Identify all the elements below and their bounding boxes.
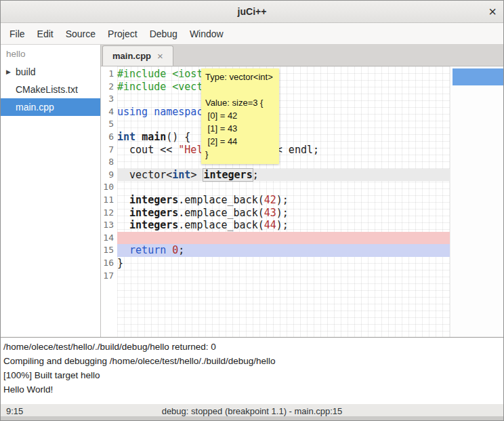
code-line-text[interactable]: [117, 93, 451, 106]
file-tree: ▶ build CMakeLists.txt main.cpp: [1, 63, 100, 116]
code-line-text[interactable]: #include <iostream>: [117, 68, 451, 81]
line-number[interactable]: 17: [101, 270, 117, 283]
code-line-text[interactable]: vector<int> integers;: [117, 169, 451, 182]
line-number[interactable]: 5: [101, 118, 117, 131]
minimap[interactable]: [450, 66, 503, 337]
app-window: juCi++ × File Edit Source Project Debug …: [0, 0, 504, 421]
code-line[interactable]: 9 vector<int> integers;: [101, 169, 451, 182]
code-line-text[interactable]: }: [117, 257, 451, 270]
code-line-text[interactable]: int main() {: [117, 131, 451, 144]
line-number[interactable]: 4: [101, 106, 117, 119]
code-line-text[interactable]: integers.emplace_back(42);: [117, 194, 451, 207]
file-sidebar: hello ▶ build CMakeLists.txt main.cpp: [1, 45, 101, 337]
line-number[interactable]: 16: [101, 257, 117, 270]
line-number[interactable]: 8: [101, 156, 117, 169]
code-line-text[interactable]: return 0;: [117, 244, 451, 257]
expander-icon[interactable]: ▶: [6, 68, 16, 75]
tab-label: main.cpp: [112, 51, 151, 61]
menu-project[interactable]: Project: [102, 25, 144, 43]
tree-item-label: build: [16, 66, 36, 77]
debug-value-tooltip: Type: vector<int> Value: size=3 { [0] = …: [201, 68, 279, 164]
line-number[interactable]: 10: [101, 181, 117, 194]
project-name-label: hello: [1, 45, 100, 63]
tree-item-label: main.cpp: [16, 102, 54, 113]
output-line: Compiling and debugging /home/olece/test…: [3, 354, 501, 368]
minimap-slider[interactable]: [453, 68, 503, 85]
tooltip-item-1: [1] = 43: [205, 122, 275, 135]
tooltip-item-2: [2] = 44: [205, 135, 275, 148]
output-line: Hello World!: [3, 382, 501, 397]
code-line-text[interactable]: integers.emplace_back(43);: [117, 207, 451, 220]
tree-item-maincpp[interactable]: main.cpp: [1, 98, 100, 116]
code-line-text[interactable]: using namespace std;: [117, 106, 451, 119]
main-area: hello ▶ build CMakeLists.txt main.cpp: [1, 45, 503, 337]
tooltip-type-line: Type: vector<int>: [205, 71, 275, 83]
line-number[interactable]: 11: [101, 194, 117, 207]
code-line-text[interactable]: #include <vector>: [117, 81, 451, 94]
output-panel[interactable]: /home/olece/test/hello/./build/debug/hel…: [1, 337, 503, 404]
tree-item-label: CMakeLists.txt: [16, 84, 78, 95]
line-number[interactable]: 14: [101, 232, 117, 245]
code-line-text[interactable]: [117, 181, 451, 194]
tooltip-blank-line: [205, 83, 275, 96]
code-line[interactable]: 14: [101, 232, 451, 245]
menu-edit[interactable]: Edit: [31, 25, 60, 43]
code-line-text[interactable]: integers.emplace_back(44);: [117, 219, 451, 232]
line-number[interactable]: 9: [101, 169, 117, 182]
cursor-position: 9:15: [6, 406, 23, 416]
line-number[interactable]: 12: [101, 207, 117, 220]
code-line[interactable]: 10: [101, 181, 451, 194]
code-editor[interactable]: 1#include <iostream>2#include <vector>34…: [101, 66, 503, 337]
code-line[interactable]: 12 integers.emplace_back(43);: [101, 207, 451, 220]
debug-status: debug: stopped (breakpoint 1.1) - main.c…: [1, 406, 503, 416]
statusbar: 9:15 debug: stopped (breakpoint 1.1) - m…: [1, 404, 503, 421]
menu-file[interactable]: File: [3, 25, 31, 43]
tooltip-value-line: Value: size=3 {: [205, 96, 275, 109]
line-number[interactable]: 1: [101, 68, 117, 81]
tab-close-icon[interactable]: ×: [157, 52, 163, 60]
window-bottom-edge: [1, 416, 503, 421]
editor-tabbar: main.cpp ×: [101, 45, 503, 66]
line-number[interactable]: 13: [101, 219, 117, 232]
window-title: juCi++: [1, 1, 503, 22]
menu-source[interactable]: Source: [60, 25, 102, 43]
tab-maincpp[interactable]: main.cpp ×: [102, 45, 173, 66]
close-icon[interactable]: ×: [488, 5, 497, 18]
line-number[interactable]: 15: [101, 244, 117, 257]
tree-item-cmakelists[interactable]: CMakeLists.txt: [1, 81, 100, 98]
line-number[interactable]: 7: [101, 144, 117, 157]
output-line: [100%] Built target hello: [3, 368, 501, 382]
menu-window[interactable]: Window: [184, 25, 230, 43]
code-line-text[interactable]: [117, 156, 451, 169]
editor-pane: main.cpp × 1#include <iostream>2#include…: [101, 45, 503, 337]
menu-debug[interactable]: Debug: [144, 25, 184, 43]
output-line: /home/olece/test/hello/./build/debug/hel…: [3, 340, 501, 354]
line-number[interactable]: 3: [101, 93, 117, 106]
code-line-text[interactable]: [117, 232, 451, 245]
code-line-text[interactable]: cout << "Hello World!" << endl;: [117, 144, 451, 157]
tooltip-item-0: [0] = 42: [205, 109, 275, 122]
menubar: File Edit Source Project Debug Window: [1, 23, 503, 45]
tooltip-close-brace: }: [205, 148, 275, 161]
code-line-text[interactable]: [117, 118, 451, 131]
line-number[interactable]: 2: [101, 81, 117, 94]
code-line[interactable]: 16}: [101, 257, 451, 270]
line-number[interactable]: 6: [101, 131, 117, 144]
code-line[interactable]: 11 integers.emplace_back(42);: [101, 194, 451, 207]
code-line[interactable]: 13 integers.emplace_back(44);: [101, 219, 451, 232]
code-line[interactable]: 17: [101, 270, 451, 283]
code-line[interactable]: 15 return 0;: [101, 244, 451, 257]
code-line-text[interactable]: [117, 270, 451, 283]
titlebar: juCi++ ×: [1, 1, 503, 23]
tree-item-build[interactable]: ▶ build: [1, 63, 100, 81]
